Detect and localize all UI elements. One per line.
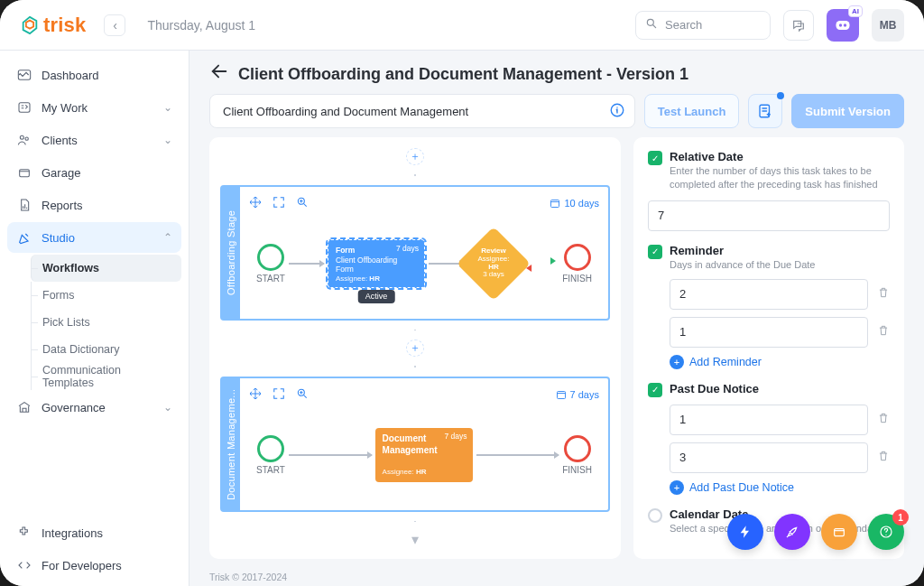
delete-reminder-button[interactable] [877, 286, 890, 302]
add-stage-middle[interactable]: ＋ [406, 340, 424, 357]
submit-version-button[interactable]: Submit Version [791, 94, 904, 128]
sidebar-item-garage[interactable]: Garage [7, 157, 181, 188]
calendar-icon [550, 198, 560, 209]
search-placeholder: Search [665, 18, 702, 32]
ai-assistant-button[interactable] [827, 9, 859, 42]
workflow-canvas: ＋ Offboarding Stage 10 days [209, 137, 621, 559]
page-header: Client Offboarding and Document Manageme… [189, 51, 924, 94]
sidebar-item-developers[interactable]: For Developers [7, 550, 181, 581]
brand-label: trisk [43, 14, 86, 37]
info-icon[interactable] [609, 102, 625, 121]
sidebar-item-clients[interactable]: Clients ⌄ [7, 125, 181, 155]
relative-days-input[interactable]: 7 [648, 200, 890, 231]
svg-point-6 [20, 135, 23, 139]
sidebar-label: Integrations [42, 526, 103, 540]
stage-tab: Offboarding Stage [222, 187, 240, 319]
delete-pastdue-button[interactable] [877, 412, 890, 427]
sidebar-item-governance[interactable]: Governance ⌄ [7, 392, 181, 423]
task-card-form[interactable]: Form 7 days Client Offboarding Form Assi… [328, 239, 425, 288]
developers-icon [16, 557, 32, 573]
add-stage-top[interactable]: ＋ [406, 148, 424, 165]
sidebar-item-mywork[interactable]: My Work ⌄ [7, 92, 181, 123]
stage-duration: 10 days [550, 198, 599, 209]
review-node[interactable]: Review Assignee: HR 3 days [467, 237, 520, 290]
sidebar-item-integrations[interactable]: Integrations [7, 517, 181, 548]
search-input[interactable]: Search [635, 11, 771, 40]
studio-submenu: Workflows Forms Pick Lists Data Dictiona… [31, 255, 181, 390]
check-icon[interactable]: ✓ [648, 245, 662, 259]
finish-circle-icon [564, 435, 591, 462]
connector [414, 174, 416, 176]
plus-circle-icon: + [670, 480, 684, 495]
sidebar-item-reports[interactable]: Reports [7, 190, 181, 220]
sidebar-label: Studio [42, 231, 75, 245]
radio-icon[interactable] [648, 508, 662, 523]
calendar-icon [556, 389, 567, 400]
start-node[interactable]: START [256, 435, 285, 475]
svg-point-2 [839, 23, 842, 26]
fab-quick-action[interactable] [727, 514, 763, 550]
app-logo[interactable]: trisk [20, 14, 86, 37]
finish-node[interactable]: FINISH [562, 244, 592, 284]
task-card-docmgmt[interactable]: 7 days Document Management Assignee: HR [375, 428, 473, 482]
connector [414, 330, 416, 331]
svg-rect-15 [835, 529, 845, 536]
fab-help[interactable]: 1 [868, 514, 904, 550]
sidebar-item-studio[interactable]: Studio ⌃ [7, 222, 181, 253]
finish-node[interactable]: FINISH [562, 435, 592, 475]
workflow-name-input[interactable]: Client Offboarding and Document Manageme… [209, 94, 635, 128]
topbar-date: Thursday, August 1 [147, 18, 623, 33]
sidebar-label: Dashboard [42, 69, 99, 82]
sidebar-sub-picklists[interactable]: Pick Lists [31, 309, 181, 336]
expand-icon[interactable] [273, 387, 285, 403]
back-button[interactable] [209, 61, 229, 87]
form-template-button[interactable] [748, 94, 782, 128]
fab-launch[interactable] [774, 514, 810, 550]
topbar-back-button[interactable]: ‹ [104, 14, 125, 36]
sidebar-sub-workflows[interactable]: Workflows [31, 255, 181, 282]
delete-pastdue-button[interactable] [877, 450, 890, 465]
add-pastdue-button[interactable]: + Add Past Due Notice [670, 480, 890, 495]
arrow-down-icon: ▾ [411, 531, 419, 548]
start-node[interactable]: START [256, 244, 285, 284]
rocket-icon [785, 525, 799, 539]
inbox-button[interactable] [783, 10, 814, 41]
pastdue-input[interactable]: 1 [670, 405, 868, 435]
clients-icon [16, 132, 32, 148]
search-icon [645, 17, 658, 33]
stage-document-management[interactable]: Document Manageme... 7 days [220, 377, 610, 512]
footer-copyright: Trisk © 2017-2024 [189, 568, 924, 586]
reminder-input[interactable]: 2 [670, 279, 868, 310]
delete-reminder-button[interactable] [877, 324, 890, 340]
check-icon[interactable]: ✓ [648, 383, 662, 397]
move-icon[interactable] [249, 196, 262, 211]
sidebar-sub-commtemplates[interactable]: Communication Templates [31, 363, 181, 390]
trash-icon [877, 450, 890, 462]
check-icon[interactable]: ✓ [648, 151, 662, 165]
sidebar-sub-datadictionary[interactable]: Data Dictionary [31, 336, 181, 363]
edge [289, 263, 324, 265]
trash-icon [877, 324, 890, 337]
governance-icon [16, 399, 32, 415]
main: Client Offboarding and Document Manageme… [189, 51, 924, 586]
zoom-icon[interactable] [296, 387, 309, 403]
robot-icon [834, 18, 852, 33]
sidebar-item-dashboard[interactable]: Dashboard [7, 60, 181, 90]
move-icon[interactable] [249, 387, 262, 403]
stage-offboarding[interactable]: Offboarding Stage 10 days [220, 185, 610, 321]
svg-point-7 [25, 137, 28, 140]
add-reminder-button[interactable]: + Add Reminder [670, 355, 890, 369]
chevron-left-icon: ‹ [113, 18, 117, 33]
user-avatar[interactable]: MB [872, 9, 904, 42]
avatar-initials: MB [880, 19, 897, 32]
fab-archive[interactable] [821, 514, 857, 550]
pastdue-input[interactable]: 3 [670, 442, 868, 473]
start-circle-icon [257, 244, 284, 271]
test-launch-button[interactable]: Test Launch [644, 94, 740, 128]
expand-icon[interactable] [273, 196, 285, 211]
sidebar-sub-forms[interactable]: Forms [31, 282, 181, 309]
bolt-icon [738, 525, 753, 539]
zoom-icon[interactable] [296, 196, 309, 211]
reminder-input[interactable]: 1 [670, 317, 868, 348]
chevron-down-icon: ⌄ [163, 134, 172, 146]
